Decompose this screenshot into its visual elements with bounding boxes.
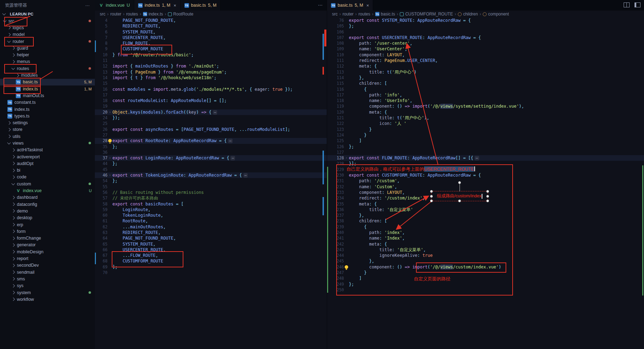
breadcrumb-item-RootRoute[interactable]: RootRoute [168, 12, 193, 17]
breadcrumb-item-routes[interactable]: routes [126, 12, 138, 17]
code-line[interactable]: 122 icon: '人 ' [327, 121, 644, 126]
tree-item-secondDev[interactable]: secondDev [0, 262, 95, 269]
fold-chevron-icon[interactable]: › [108, 155, 112, 161]
fold-chevron-icon[interactable]: › [108, 172, 112, 178]
tree-item-custom[interactable]: custom [0, 180, 95, 187]
code-line[interactable]: 107export const USERCENTER_ROUTE: AppRou… [327, 35, 644, 40]
tree-item-constant.ts[interactable]: TSconstant.ts [0, 99, 95, 106]
tab-basic.ts[interactable]: TSbasic.ts5, M [181, 0, 221, 11]
code-line[interactable]: 17 [95, 92, 327, 98]
code-line[interactable]: 248 ] [327, 275, 644, 281]
code-line[interactable]: 12import { mainOutRoutes } from './mainO… [95, 63, 327, 69]
code-line[interactable]: 63 REDIRECT_ROUTE, [95, 230, 327, 235]
code-line[interactable]: 238 children: [ [327, 218, 644, 224]
explorer-more-actions-icon[interactable]: ⋯ [85, 3, 90, 8]
tree-item-auditOpt[interactable]: auditOpt [0, 160, 95, 167]
code-line[interactable]: 113 title: t('用户中心') [327, 69, 644, 75]
tree-item-workflow[interactable]: workflow [0, 296, 95, 303]
tree-item-generator[interactable]: generator [0, 242, 95, 248]
tree-item-dashboard[interactable]: dashboard [0, 194, 95, 201]
code-line[interactable]: 7 USERCENTER_ROUTE, [95, 35, 327, 40]
code-line[interactable]: 16const modules = import.meta.glob('./mo… [95, 87, 327, 92]
annotation-textbox-route-compose[interactable]: 组成路由/custom/index [431, 191, 488, 201]
code-line[interactable]: 108 path: '/user-center', [327, 40, 644, 46]
workspace-section-header[interactable]: LEARUN PC [0, 11, 95, 18]
code-line[interactable]: 35}; [95, 144, 327, 150]
code-line[interactable]: 117 path: 'info', [327, 92, 644, 98]
tree-item-menus[interactable]: menus [0, 58, 95, 65]
code-line[interactable]: 121 title: t('用户中心'), [327, 115, 644, 121]
code-line[interactable]: 245 }, [327, 258, 644, 264]
code-line[interactable]: 65 SYSTEM_ROUTE, [95, 241, 327, 247]
selection-handle[interactable] [486, 190, 489, 193]
code-line[interactable]: 126}; [327, 144, 644, 150]
code-line[interactable]: 232 name: 'Custom', [327, 184, 644, 190]
code-line[interactable]: 14import { t } from '/@/hooks/web/useI18… [95, 75, 327, 81]
code-line[interactable]: 70 [95, 270, 327, 275]
tree-item-src[interactable]: src [0, 18, 95, 24]
code-line[interactable]: 109 name: 'UserCenter', [327, 46, 644, 52]
fold-chevron-icon[interactable]: › [344, 155, 349, 161]
tree-item-sms[interactable]: sms [0, 275, 95, 282]
breadcrumb-item-src[interactable]: src [332, 12, 338, 17]
tab-index.ts[interactable]: TSindex.ts1, M× [134, 0, 181, 11]
code-line[interactable]: 119 component: () => import('/@/views/sy… [327, 103, 644, 109]
code-line[interactable]: 250 [327, 287, 644, 293]
code-line[interactable]: 58export const basicRoutes = [ [95, 201, 327, 207]
breadcrumb-item-routes[interactable]: routes [358, 12, 370, 17]
tree-item-index.ts[interactable]: TSindex.ts1, M [0, 85, 95, 92]
tree-item-mobileDesign[interactable]: mobileDesign [0, 248, 95, 255]
tree-item-report[interactable]: report [0, 255, 95, 262]
tree-item-logics[interactable]: logics [0, 24, 95, 31]
tree-item-index.vue[interactable]: Vindex.vueU [0, 187, 95, 194]
code-line[interactable]: 18const routeModuleList: AppRouteModule[… [95, 98, 327, 103]
tree-item-views[interactable]: views [0, 140, 95, 146]
code-line[interactable]: 15 [95, 81, 327, 86]
code-line[interactable]: 237 }, [327, 212, 644, 218]
code-line[interactable]: 66 USERCENTER_ROUTE, [95, 247, 327, 253]
code-line[interactable]: 69]; [95, 264, 327, 270]
code-line[interactable]: 10} from '/@/router/routes/basic'; [95, 52, 327, 58]
code-line[interactable]: 114 }, [327, 75, 644, 81]
tab-basic.ts[interactable]: TSbasic.ts5, M× [327, 0, 373, 11]
code-line[interactable]: 11 [95, 58, 327, 63]
code-line[interactable]: 236 title: '自定义菜单' [327, 207, 644, 212]
code-line[interactable]: 20›Object.keys(modules).forEach((key) =>… [95, 109, 327, 115]
tree-item-code[interactable]: code [0, 174, 95, 180]
code-line[interactable]: 28export const RootRoute: AppRouteRecord… [95, 138, 327, 144]
code-line[interactable]: 125 ] [327, 138, 644, 144]
code-line[interactable]: 4 PAGE_NOT_FOUND_ROUTE, [95, 18, 327, 23]
code-line[interactable]: 231 path: '/custom', [327, 178, 644, 184]
tree-item-settings[interactable]: settings [0, 119, 95, 126]
tree-item-erp[interactable]: erp [0, 221, 95, 228]
code-line[interactable]: 24}); [95, 115, 327, 121]
code-line[interactable]: 115 children: [ [327, 81, 644, 86]
code-line[interactable]: 26export const asyncRoutes = [PAGE_NOT_F… [95, 127, 327, 132]
tree-item-dataconfig[interactable]: dataconfig [0, 201, 95, 208]
tree-item-guard[interactable]: guard [0, 45, 95, 51]
code-line[interactable]: 8 FLOW_ROUTE, [95, 40, 327, 46]
breadcrumb-item-basic.ts[interactable]: TSbasic.ts [375, 12, 395, 17]
code-line[interactable]: 123 } [327, 127, 644, 132]
code-line[interactable]: 235 meta: { [327, 201, 644, 207]
code-editor-basic-ts[interactable]: 76export const SYSTEM_ROUTE: AppRouteRec… [327, 18, 644, 349]
tree-item-modules[interactable]: modules [0, 72, 95, 78]
tree-item-actHiTaskinst[interactable]: actHiTaskinst [0, 147, 95, 153]
code-line[interactable]: 46›export const TokenLoginRoute: AppRout… [95, 172, 327, 178]
code-line[interactable]: 5 REDIRECT_ROUTE, [95, 23, 327, 29]
editor-actions-more-icon[interactable]: ⋯ [318, 2, 323, 8]
code-editor-index-ts[interactable]: 4 PAGE_NOT_FOUND_ROUTE,5 REDIRECT_ROUTE,… [95, 18, 327, 349]
tree-item-system[interactable]: system [0, 289, 95, 296]
code-line[interactable]: 54}; [95, 178, 327, 184]
code-line[interactable]: 64 PAGE_NOT_FOUND_ROUTE, [95, 235, 327, 241]
code-line[interactable]: 25 [95, 121, 327, 126]
code-line[interactable]: 19 [95, 103, 327, 109]
close-icon[interactable]: × [174, 3, 176, 8]
tree-item-routes[interactable]: routes [0, 65, 95, 72]
lightbulb-icon[interactable] [345, 265, 348, 269]
code-line[interactable]: 240 path: 'index', [327, 230, 644, 235]
breadcrumb-item-children[interactable]: children [458, 12, 478, 17]
tree-item-form[interactable]: form [0, 228, 95, 235]
code-line[interactable]: 60 TokenLoginRoute, [95, 212, 327, 218]
code-line[interactable]: 45 [95, 167, 327, 172]
